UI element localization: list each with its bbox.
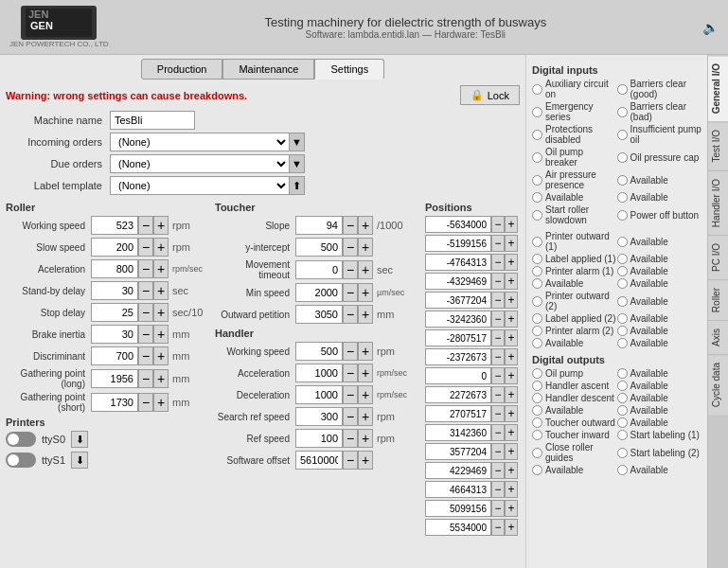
- vtab-axis[interactable]: Axis: [708, 320, 728, 354]
- vtab-roller[interactable]: Roller: [708, 279, 728, 320]
- speaker-icon[interactable]: 🔈: [702, 20, 719, 35]
- position-input-4[interactable]: [425, 292, 491, 309]
- search-ref-speed-minus[interactable]: −: [343, 407, 358, 426]
- slope-input[interactable]: [295, 216, 343, 235]
- pos-plus-1[interactable]: +: [505, 235, 518, 252]
- handler-working-speed-minus[interactable]: −: [343, 342, 358, 361]
- min-speed-plus[interactable]: +: [358, 283, 373, 302]
- standby-delay-minus[interactable]: −: [138, 281, 153, 300]
- pos-minus-10[interactable]: −: [491, 405, 505, 422]
- y-intercept-input[interactable]: [295, 238, 343, 257]
- handler-working-speed-plus[interactable]: +: [358, 342, 373, 361]
- due-orders-select[interactable]: (None): [110, 154, 290, 173]
- gathering-short-input[interactable]: [91, 393, 138, 412]
- standby-delay-plus[interactable]: +: [153, 281, 169, 300]
- vtab-general-i/o[interactable]: General I/O: [708, 55, 728, 121]
- position-input-10[interactable]: [425, 405, 491, 422]
- brake-inertia-input[interactable]: [91, 325, 138, 344]
- printer-toggle-1[interactable]: [6, 453, 36, 468]
- working-speed-minus[interactable]: −: [138, 216, 153, 235]
- printer-toggle-0[interactable]: [6, 432, 36, 447]
- acceleration-minus[interactable]: −: [138, 259, 153, 278]
- position-input-8[interactable]: [425, 367, 491, 384]
- gathering-long-input[interactable]: [91, 369, 138, 388]
- discriminant-minus[interactable]: −: [138, 346, 153, 365]
- pos-minus-1[interactable]: −: [491, 235, 505, 252]
- brake-inertia-plus[interactable]: +: [153, 325, 169, 344]
- position-input-0[interactable]: [425, 216, 491, 233]
- pos-minus-8[interactable]: −: [491, 367, 505, 384]
- ref-speed-minus[interactable]: −: [343, 429, 358, 448]
- pos-minus-14[interactable]: −: [491, 481, 505, 498]
- pos-minus-0[interactable]: −: [491, 216, 505, 233]
- pos-minus-11[interactable]: −: [491, 424, 505, 441]
- pos-minus-16[interactable]: −: [491, 519, 505, 536]
- slope-minus[interactable]: −: [343, 216, 358, 235]
- pos-plus-13[interactable]: +: [505, 462, 518, 479]
- stop-delay-input[interactable]: [91, 303, 138, 322]
- position-input-15[interactable]: [425, 500, 491, 517]
- position-input-3[interactable]: [425, 273, 491, 290]
- handler-acceleration-plus[interactable]: +: [358, 364, 373, 382]
- outward-petition-plus[interactable]: +: [358, 305, 373, 324]
- slow-speed-minus[interactable]: −: [138, 238, 153, 257]
- tab-production[interactable]: Production: [141, 59, 223, 80]
- movement-timeout-minus[interactable]: −: [343, 260, 358, 279]
- pos-minus-6[interactable]: −: [491, 329, 505, 346]
- handler-acceleration-minus[interactable]: −: [343, 364, 358, 382]
- tab-settings[interactable]: Settings: [314, 59, 384, 80]
- vtab-test-i/o[interactable]: Test I/O: [708, 121, 728, 169]
- pos-minus-15[interactable]: −: [491, 500, 505, 517]
- slow-speed-plus[interactable]: +: [153, 238, 169, 257]
- handler-working-speed-input[interactable]: [295, 342, 343, 361]
- ref-speed-input[interactable]: [295, 429, 343, 448]
- position-input-1[interactable]: [425, 235, 491, 252]
- position-input-7[interactable]: [425, 348, 491, 365]
- position-input-11[interactable]: [425, 424, 491, 441]
- position-input-12[interactable]: [425, 443, 491, 460]
- pos-plus-16[interactable]: +: [505, 519, 518, 536]
- position-input-6[interactable]: [425, 329, 491, 346]
- slope-plus[interactable]: +: [358, 216, 373, 235]
- pos-plus-3[interactable]: +: [505, 273, 518, 290]
- pos-plus-6[interactable]: +: [505, 329, 518, 346]
- due-orders-arrow[interactable]: ▼: [290, 154, 305, 173]
- handler-deceleration-minus[interactable]: −: [343, 385, 358, 404]
- min-speed-minus[interactable]: −: [343, 283, 358, 302]
- gathering-long-plus[interactable]: +: [153, 369, 169, 388]
- incoming-orders-arrow[interactable]: ▼: [290, 133, 305, 151]
- outward-petition-minus[interactable]: −: [343, 305, 358, 324]
- pos-minus-12[interactable]: −: [491, 443, 505, 460]
- slow-speed-input[interactable]: [91, 238, 138, 257]
- pos-plus-7[interactable]: +: [505, 348, 518, 365]
- printer-download-0[interactable]: ⬇: [71, 431, 88, 448]
- vtab-handler-i/o[interactable]: Handler I/O: [708, 170, 728, 235]
- search-ref-speed-plus[interactable]: +: [358, 407, 373, 426]
- stop-delay-minus[interactable]: −: [138, 303, 153, 322]
- handler-deceleration-plus[interactable]: +: [358, 385, 373, 404]
- pos-minus-4[interactable]: −: [491, 292, 505, 309]
- gathering-short-minus[interactable]: −: [138, 393, 153, 412]
- pos-minus-5[interactable]: −: [491, 311, 505, 328]
- software-offset-plus[interactable]: +: [358, 451, 373, 470]
- pos-minus-2[interactable]: −: [491, 254, 505, 271]
- position-input-14[interactable]: [425, 481, 491, 498]
- acceleration-plus[interactable]: +: [153, 259, 169, 278]
- incoming-orders-select[interactable]: (None): [110, 133, 290, 151]
- pos-plus-15[interactable]: +: [505, 500, 518, 517]
- position-input-13[interactable]: [425, 462, 491, 479]
- working-speed-input[interactable]: [91, 216, 138, 235]
- tab-maintenance[interactable]: Maintenance: [222, 59, 314, 80]
- machine-name-input[interactable]: [110, 111, 195, 130]
- acceleration-input[interactable]: [91, 259, 138, 278]
- discriminant-input[interactable]: [91, 346, 138, 365]
- pos-plus-2[interactable]: +: [505, 254, 518, 271]
- pos-minus-3[interactable]: −: [491, 273, 505, 290]
- standby-delay-input[interactable]: [91, 281, 138, 300]
- position-input-2[interactable]: [425, 254, 491, 271]
- outward-petition-input[interactable]: [295, 305, 343, 324]
- gathering-long-minus[interactable]: −: [138, 369, 153, 388]
- pos-plus-10[interactable]: +: [505, 405, 518, 422]
- position-input-5[interactable]: [425, 311, 491, 328]
- vtab-pc-i/o[interactable]: PC I/O: [708, 235, 728, 279]
